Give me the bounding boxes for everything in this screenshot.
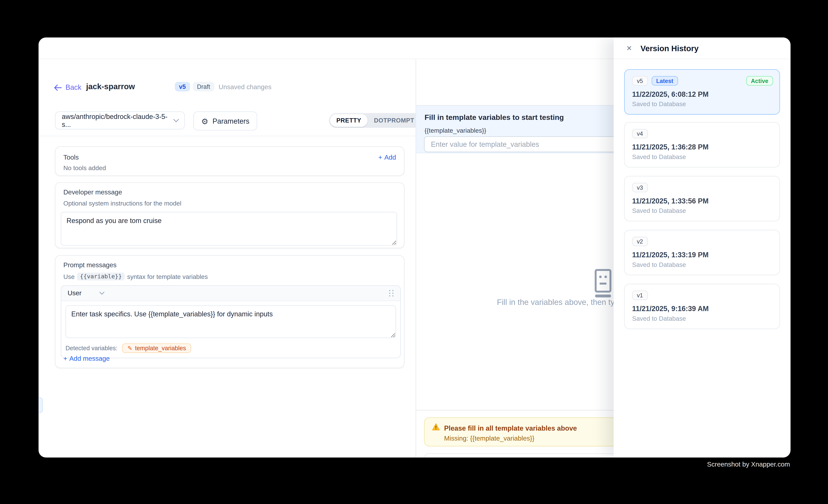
variable-name-label: {{template_variables}} [424,127,486,134]
version-timestamp: 11/21/2025, 1:33:56 PM [632,197,772,205]
edge-peek-decoration [39,397,43,413]
drawer-title: Version History [640,44,699,53]
version-list: v5 Latest Active 11/22/2025, 6:08:12 PM … [624,69,780,329]
message-role-value: User [68,289,81,297]
plus-icon: + [64,355,67,362]
message-role-select[interactable]: User [68,289,105,297]
back-button[interactable]: Back [54,84,81,91]
toggle-option-pretty[interactable]: PRETTY [330,114,368,127]
developer-message-card: Developer message Optional system instru… [55,182,405,248]
drag-handle-icon[interactable] [389,290,394,297]
version-status: Saved to Database [632,100,772,108]
model-selector[interactable]: aws/anthropic/bedrock-claude-3-5-s... [55,112,185,129]
add-tool-button[interactable]: + Add [378,154,396,161]
add-tool-label: Add [384,154,396,161]
version-card-v2[interactable]: v2 11/21/2025, 1:33:19 PM Saved to Datab… [624,230,780,275]
empty-state-text: Fill in the variables above, then typ [497,297,619,306]
unsaved-changes-text: Unsaved changes [219,84,272,91]
hint-suffix: syntax for template variables [127,273,208,280]
version-card-v4[interactable]: v4 11/21/2025, 1:36:28 PM Saved to Datab… [624,122,780,167]
parameters-label: Parameters [212,117,249,125]
add-message-label: Add message [69,355,110,362]
variable-chip-label: template_variables [135,345,186,351]
back-label: Back [66,84,81,91]
toggle-option-dotprompt[interactable]: DOTPROMPT [368,114,421,127]
version-status: Saved to Database [632,207,772,214]
version-card-v3[interactable]: v3 11/21/2025, 1:33:56 PM Saved to Datab… [624,176,780,221]
toolbar-divider [39,136,416,136]
parameters-button[interactable]: ⚙ Parameters [193,112,257,130]
chevron-down-icon [173,119,179,122]
variable-syntax-chip: {{variable}} [77,272,125,281]
version-timestamp: 11/21/2025, 1:36:28 PM [632,143,772,151]
watermark-text: Screenshot by Xnapper.com [707,461,790,468]
arrow-left-icon [54,84,62,91]
developer-message-subtitle: Optional system instructions for the mod… [64,200,399,207]
version-badge: v5 [175,82,190,91]
app-window: Back jack-sparrow v5 Draft Unsaved chang… [39,37,791,458]
tools-title: Tools [64,154,79,161]
version-id-badge: v3 [632,183,648,192]
warning-title: Please fill in all template variables ab… [444,424,577,432]
detected-variables-label: Detected variables: [66,345,117,351]
version-status: Saved to Database [632,315,772,322]
version-timestamp: 11/22/2025, 6:08:12 PM [632,90,772,98]
active-badge: Active [746,76,773,86]
banner-title: Fill in template variables to start test… [424,113,564,122]
format-toggle: PRETTY DOTPROMPT [329,113,421,128]
chevron-down-icon [99,292,105,295]
model-selector-value: aws/anthropic/bedrock-claude-3-5-s... [62,113,173,128]
prompt-messages-title: Prompt messages [64,262,399,269]
bot-icon [594,269,612,300]
version-id-badge: v2 [632,237,648,246]
prompt-message-block: User Enter task specifics. Use {{templat… [61,285,401,358]
tools-empty-text: No tools added [64,164,396,172]
hint-prefix: Use [64,273,75,280]
close-icon[interactable]: ✕ [626,45,632,51]
screenshot-stage: Back jack-sparrow v5 Draft Unsaved chang… [0,0,828,504]
version-card-v1[interactable]: v1 11/21/2025, 9:16:39 AM Saved to Datab… [624,284,780,329]
warning-triangle-icon [432,423,440,433]
add-message-button[interactable]: + Add message [64,355,110,362]
version-id-badge: v5 [632,76,648,86]
version-history-drawer: ✕ Version History v5 Latest Active 11/22… [614,37,791,458]
template-variable-chip[interactable]: ✎ template_variables [122,343,191,353]
version-status: Saved to Database [632,261,772,268]
developer-message-input[interactable]: Respond as you are tom cruise [61,212,397,246]
version-id-badge: v4 [632,129,648,138]
prompt-messages-card: Prompt messages Use {{variable}} syntax … [55,255,405,368]
message-header: User [61,286,401,301]
plus-icon: + [378,154,382,161]
developer-message-title: Developer message [64,188,399,196]
latest-badge: Latest [652,76,678,86]
drawer-header: ✕ Version History [614,37,791,59]
detected-variables-row: Detected variables: ✎ template_variables [61,342,401,358]
draft-badge: Draft [193,82,214,91]
version-id-badge: v1 [632,291,648,300]
version-timestamp: 11/21/2025, 1:33:19 PM [632,251,772,259]
syntax-hint: Use {{variable}} syntax for template var… [64,272,399,281]
version-timestamp: 11/21/2025, 9:16:39 AM [632,305,772,313]
tools-card: Tools + Add No tools added [55,146,405,176]
page-title: jack-sparrow [86,82,135,91]
version-card-v5[interactable]: v5 Latest Active 11/22/2025, 6:08:12 PM … [624,69,780,115]
message-content-input[interactable]: Enter task specifics. Use {{template_var… [66,305,396,338]
gear-icon: ⚙ [201,117,208,125]
version-status: Saved to Database [632,153,772,161]
pencil-icon: ✎ [128,345,132,351]
